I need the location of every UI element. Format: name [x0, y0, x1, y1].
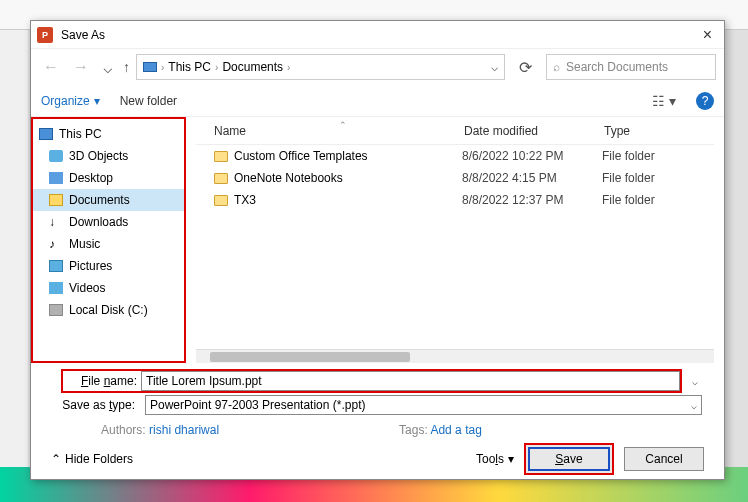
- vid-icon: [49, 282, 63, 294]
- search-icon: ⌕: [553, 60, 560, 74]
- sidebar-item-label: Pictures: [69, 259, 112, 273]
- titlebar: P Save As ×: [31, 21, 724, 49]
- up-button[interactable]: ↑: [123, 59, 130, 75]
- sidebar-item-label: Local Disk (C:): [69, 303, 148, 317]
- sidebar-item-documents[interactable]: Documents: [33, 189, 184, 211]
- forward-button[interactable]: →: [69, 56, 93, 78]
- close-icon[interactable]: ×: [697, 26, 718, 44]
- folder-icon: [214, 151, 228, 162]
- view-icon: ☷: [652, 93, 665, 109]
- doc-icon: [49, 194, 63, 206]
- search-input[interactable]: ⌕ Search Documents: [546, 54, 716, 80]
- file-row[interactable]: TX38/8/2022 12:37 PMFile folder: [196, 189, 714, 211]
- pic-icon: [49, 260, 63, 272]
- chevron-right-icon[interactable]: ›: [215, 62, 218, 73]
- file-name-input[interactable]: Title Lorem Ipsum.ppt: [141, 371, 680, 391]
- music-icon: ♪: [49, 237, 63, 251]
- refresh-button[interactable]: ⟳: [511, 54, 540, 81]
- file-name: Custom Office Templates: [234, 149, 462, 163]
- tags-value[interactable]: Add a tag: [430, 423, 481, 437]
- col-type[interactable]: Type: [604, 124, 714, 138]
- sidebar-item-label: Documents: [69, 193, 130, 207]
- breadcrumb-documents[interactable]: Documents: [222, 60, 283, 74]
- sidebar-item-pictures[interactable]: Pictures: [33, 255, 184, 277]
- caret-down-icon: ▾: [94, 94, 100, 108]
- sort-caret-icon: ⌃: [339, 120, 347, 130]
- folder-tree: This PC3D ObjectsDesktopDocuments↓Downlo…: [31, 117, 186, 363]
- down-icon: ↓: [49, 215, 63, 229]
- tools-button[interactable]: Tools ▾: [476, 452, 514, 466]
- sidebar-item-label: Desktop: [69, 171, 113, 185]
- sidebar-item-downloads[interactable]: ↓Downloads: [33, 211, 184, 233]
- organize-button[interactable]: Organize ▾: [41, 94, 100, 108]
- sidebar-item-label: This PC: [59, 127, 102, 141]
- save-as-type-select[interactable]: PowerPoint 97-2003 Presentation (*.ppt) …: [145, 395, 702, 415]
- authors-label: Authors:: [101, 423, 146, 437]
- new-folder-button[interactable]: New folder: [120, 94, 177, 108]
- col-name[interactable]: Name⌃: [214, 124, 464, 138]
- sidebar-item-music[interactable]: ♪Music: [33, 233, 184, 255]
- save-button[interactable]: Save: [524, 443, 614, 475]
- file-type: File folder: [602, 171, 714, 185]
- 3d-icon: [49, 150, 63, 162]
- sidebar-item-local-disk-c-[interactable]: Local Disk (C:): [33, 299, 184, 321]
- sidebar-item-label: Downloads: [69, 215, 128, 229]
- file-type: File folder: [602, 149, 714, 163]
- help-icon[interactable]: ?: [696, 92, 714, 110]
- caret-up-icon: ⌃: [51, 452, 61, 466]
- folder-icon: [214, 195, 228, 206]
- dialog-title: Save As: [61, 28, 697, 42]
- sidebar-item-this-pc[interactable]: This PC: [33, 123, 184, 145]
- footer: ⌃ Hide Folders Tools ▾ Save Cancel: [31, 439, 724, 479]
- save-as-type-label: Save as type:: [61, 398, 139, 412]
- hide-folders-button[interactable]: ⌃ Hide Folders: [51, 452, 133, 466]
- sidebar-item-desktop[interactable]: Desktop: [33, 167, 184, 189]
- form-area: File name: Title Lorem Ipsum.ppt ⌵ Save …: [31, 363, 724, 439]
- file-name: TX3: [234, 193, 462, 207]
- horizontal-scrollbar[interactable]: [196, 349, 714, 363]
- caret-down-icon: ⌵: [691, 400, 697, 411]
- tags-label: Tags:: [399, 423, 428, 437]
- caret-down-icon: ▾: [669, 93, 676, 109]
- sidebar-item-3d-objects[interactable]: 3D Objects: [33, 145, 184, 167]
- file-row[interactable]: Custom Office Templates8/6/2022 10:22 PM…: [196, 145, 714, 167]
- chevron-right-icon[interactable]: ›: [287, 62, 290, 73]
- file-list: Name⌃ Date modified Type Custom Office T…: [186, 117, 724, 363]
- cancel-button[interactable]: Cancel: [624, 447, 704, 471]
- chevron-right-icon[interactable]: ›: [161, 62, 164, 73]
- caret-down-icon: ▾: [508, 452, 514, 466]
- breadcrumb-this-pc[interactable]: This PC: [168, 60, 211, 74]
- sidebar-item-label: Videos: [69, 281, 105, 295]
- col-date[interactable]: Date modified: [464, 124, 604, 138]
- file-date: 8/8/2022 4:15 PM: [462, 171, 602, 185]
- file-type: File folder: [602, 193, 714, 207]
- sidebar-item-videos[interactable]: Videos: [33, 277, 184, 299]
- file-date: 8/8/2022 12:37 PM: [462, 193, 602, 207]
- address-drop-icon[interactable]: ⌵: [491, 60, 498, 74]
- folder-icon: [214, 173, 228, 184]
- history-caret-icon[interactable]: ⌵: [99, 56, 117, 79]
- save-as-dialog: P Save As × ← → ⌵ ↑ › This PC › Document…: [30, 20, 725, 480]
- desk-icon: [49, 172, 63, 184]
- file-name: OneNote Notebooks: [234, 171, 462, 185]
- address-bar[interactable]: › This PC › Documents › ⌵: [136, 54, 505, 80]
- pc-icon: [143, 62, 157, 72]
- back-button[interactable]: ←: [39, 56, 63, 78]
- authors-value[interactable]: rishi dhariwal: [149, 423, 219, 437]
- view-button[interactable]: ☷ ▾: [652, 93, 676, 109]
- nav-row: ← → ⌵ ↑ › This PC › Documents › ⌵ ⟳ ⌕ Se…: [31, 49, 724, 85]
- pc-icon: [39, 128, 53, 140]
- column-headers: Name⌃ Date modified Type: [196, 117, 714, 145]
- file-name-label: File name:: [63, 374, 141, 388]
- search-placeholder: Search Documents: [566, 60, 668, 74]
- sidebar-item-label: Music: [69, 237, 100, 251]
- disk-icon: [49, 304, 63, 316]
- sidebar-item-label: 3D Objects: [69, 149, 128, 163]
- combo-drop-icon[interactable]: ⌵: [688, 376, 702, 387]
- file-row[interactable]: OneNote Notebooks8/8/2022 4:15 PMFile fo…: [196, 167, 714, 189]
- powerpoint-icon: P: [37, 27, 53, 43]
- toolbar: Organize ▾ New folder ☷ ▾ ?: [31, 85, 724, 117]
- file-date: 8/6/2022 10:22 PM: [462, 149, 602, 163]
